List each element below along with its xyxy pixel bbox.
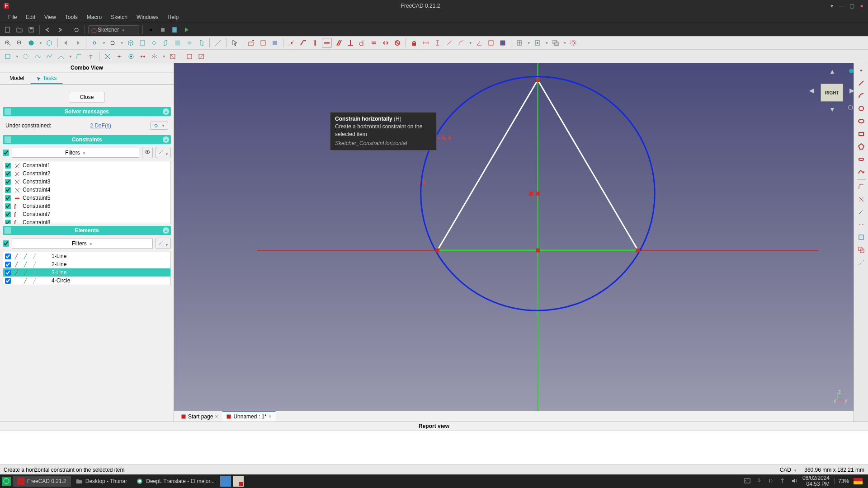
- menu-file[interactable]: File: [4, 13, 21, 22]
- constraint-checkbox[interactable]: [5, 187, 11, 193]
- menu-macro[interactable]: Macro: [82, 13, 106, 22]
- view-sketch-icon[interactable]: [258, 38, 268, 48]
- element-item[interactable]: ╱ ╱ ╱ 1-Line: [3, 252, 170, 260]
- tray-volume-icon[interactable]: [791, 477, 798, 486]
- rear-view-icon[interactable]: [173, 38, 183, 48]
- constraint-item[interactable]: Constraint8: [3, 218, 170, 224]
- constraint-annotation[interactable]: = 5, 4: [438, 135, 451, 141]
- solver-messages-header[interactable]: Solver messages ▴: [3, 107, 171, 116]
- right-view-icon[interactable]: [161, 38, 171, 48]
- undo-icon[interactable]: [43, 25, 53, 35]
- zoom-in-icon[interactable]: [3, 38, 13, 48]
- macro-play-icon[interactable]: [181, 25, 191, 35]
- validate-sketch-icon[interactable]: [196, 52, 206, 61]
- draw-style-icon[interactable]: [26, 38, 36, 48]
- element-checkbox[interactable]: [5, 262, 11, 267]
- create-ellipse-tool-icon[interactable]: [856, 116, 867, 127]
- menu-view[interactable]: View: [40, 13, 61, 22]
- constraints-filter-select[interactable]: Filters ▼: [12, 148, 139, 158]
- bottom-view-icon[interactable]: [184, 38, 194, 48]
- toggle-const-icon[interactable]: [856, 257, 867, 268]
- fillet-tool-icon[interactable]: [856, 181, 867, 192]
- constrain-equal-icon[interactable]: [369, 38, 379, 48]
- dof-link[interactable]: 2 DoF(s): [90, 122, 111, 129]
- iso-view-icon[interactable]: [126, 38, 136, 48]
- create-slot-tool-icon[interactable]: [856, 154, 867, 164]
- tray-network-icon[interactable]: [779, 477, 786, 486]
- navcube-home-icon[interactable]: [849, 69, 854, 73]
- select-conflict-icon[interactable]: [126, 52, 136, 61]
- constrain-vdist-icon[interactable]: [433, 38, 443, 48]
- create-line-icon[interactable]: [21, 52, 31, 61]
- constrain-horizontal-icon[interactable]: [322, 38, 332, 48]
- tab-start-page[interactable]: Start page ×: [177, 412, 222, 422]
- constraint-checkbox[interactable]: [5, 163, 11, 169]
- constraint-checkbox[interactable]: [5, 179, 11, 185]
- carbon-copy-icon[interactable]: [856, 244, 867, 255]
- open-file-icon[interactable]: [14, 25, 24, 35]
- constraint-checkbox[interactable]: [5, 203, 11, 209]
- constrain-symmetric-icon[interactable]: [381, 38, 391, 48]
- close-tab-icon[interactable]: ×: [215, 413, 218, 420]
- nav-forward-icon[interactable]: [73, 38, 83, 48]
- close-icon[interactable]: ●: [858, 2, 865, 9]
- constraint-item[interactable]: Constraint2: [3, 169, 170, 178]
- constrain-lock-icon[interactable]: [409, 38, 419, 48]
- 3d-viewport[interactable]: = 4 = 5, 4 = 3 ▲ ▼ ◀ ▶ RIGHT zyx: [174, 63, 868, 411]
- chevron-up-icon[interactable]: ▴: [163, 108, 169, 115]
- toggle-construction-icon[interactable]: [184, 52, 194, 61]
- maximize-icon[interactable]: ▢: [848, 2, 855, 9]
- element-item[interactable]: ╱ ╱ 4-Circle: [3, 277, 170, 285]
- elements-settings-button[interactable]: ▼: [156, 238, 171, 249]
- left-view-icon[interactable]: [196, 38, 206, 48]
- leave-sketch-icon[interactable]: [246, 38, 256, 48]
- constraint-item[interactable]: Constraint1: [3, 161, 170, 169]
- create-circle-tool-icon[interactable]: [856, 103, 867, 114]
- macro-record-icon[interactable]: ●: [146, 25, 156, 35]
- constrain-hdist-icon[interactable]: [421, 38, 431, 48]
- select-redundant-icon[interactable]: [138, 52, 148, 61]
- external-geom-icon[interactable]: [856, 232, 867, 243]
- constraint-checkbox[interactable]: [5, 195, 11, 201]
- constraint-item[interactable]: Constraint5: [3, 194, 170, 202]
- element-checkbox[interactable]: [5, 270, 11, 276]
- split-tool-icon[interactable]: [856, 219, 867, 230]
- close-tab-icon[interactable]: ×: [269, 413, 272, 420]
- tab-model[interactable]: Model: [4, 73, 30, 84]
- nav-back-icon[interactable]: [61, 38, 71, 48]
- create-polyline-icon[interactable]: [44, 52, 54, 61]
- redo-icon[interactable]: [55, 25, 65, 35]
- symmetry-icon[interactable]: [150, 52, 160, 61]
- minimize-icon[interactable]: ▾: [828, 2, 835, 9]
- workbench-selector[interactable]: Sketcher ▼: [88, 25, 139, 34]
- create-polygon-tool-icon[interactable]: [856, 141, 867, 152]
- tray-clock[interactable]: 06/02/2024 04:53 PM: [802, 475, 830, 487]
- create-line-tool-icon[interactable]: [856, 78, 867, 89]
- delete-constraints-icon[interactable]: [168, 52, 178, 61]
- create-slot-icon[interactable]: [56, 52, 66, 61]
- link-icon[interactable]: [90, 38, 99, 48]
- chevron-up-icon[interactable]: ▴: [163, 136, 169, 143]
- tray-language-icon[interactable]: [854, 478, 863, 484]
- taskbar-app-chrome[interactable]: [219, 475, 232, 488]
- tab-unnamed-document[interactable]: Unnamed : 1* ×: [222, 411, 275, 422]
- taskbar-app-thunar[interactable]: Desktop - Thunar: [71, 476, 132, 487]
- macro-list-icon[interactable]: [170, 25, 179, 35]
- constrain-distance-icon[interactable]: [444, 38, 454, 48]
- constraint-item[interactable]: Constraint4: [3, 186, 170, 194]
- element-checkbox[interactable]: [5, 278, 11, 284]
- constrain-tangent-icon[interactable]: [357, 38, 367, 48]
- elements-filter-select[interactable]: Filters ▼: [12, 239, 153, 249]
- navcube-perspective-icon[interactable]: [847, 104, 854, 112]
- trim-icon[interactable]: [86, 52, 96, 61]
- select-icon[interactable]: [230, 38, 240, 48]
- constrain-snell-icon[interactable]: [486, 38, 496, 48]
- element-item[interactable]: ╱ ╱ ╱ 3-Line: [3, 268, 170, 277]
- front-view-icon[interactable]: [137, 38, 147, 48]
- constrain-angle-icon[interactable]: [474, 38, 484, 48]
- refresh-icon[interactable]: [71, 25, 81, 35]
- select-origin-icon[interactable]: [114, 52, 124, 61]
- constrain-coincident-icon[interactable]: [287, 38, 297, 48]
- start-menu-icon[interactable]: [0, 475, 13, 488]
- zoom-fit-icon[interactable]: [108, 38, 118, 48]
